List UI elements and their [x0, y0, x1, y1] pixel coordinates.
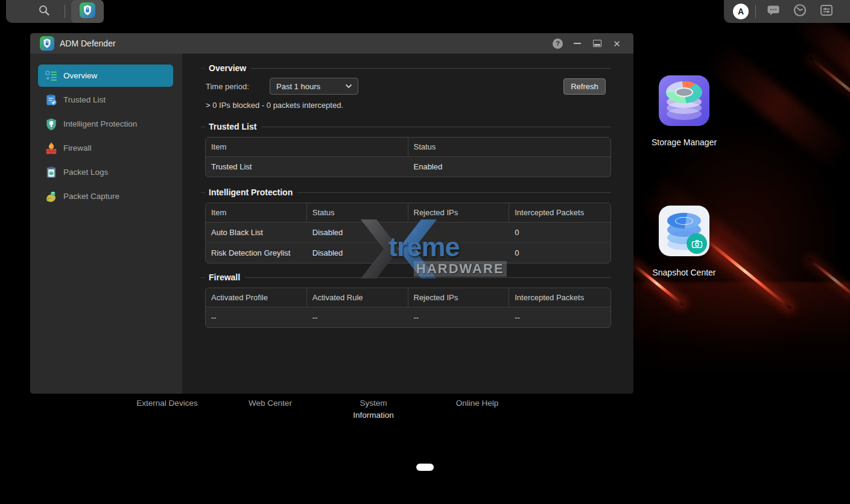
packet-logs-icon: [45, 166, 58, 179]
column-header: Status: [408, 137, 611, 156]
refresh-button[interactable]: Refresh: [563, 78, 606, 95]
sidebar-item-label: Trusted List: [63, 95, 106, 104]
intelligent-protection-table: Item Status Rejected IPs Intercepted Pac…: [205, 203, 611, 263]
time-period-select[interactable]: Past 1 hours: [270, 78, 358, 95]
sidebar-item-packet-logs[interactable]: Packet Logs: [38, 161, 173, 183]
sidebar-item-trusted-list[interactable]: Trusted List: [38, 89, 173, 111]
sidebar-item-overview[interactable]: Overview: [38, 65, 173, 87]
search-button[interactable]: [35, 4, 53, 19]
table-row: -- -- -- --: [206, 307, 611, 327]
system-monitor-button[interactable]: [793, 4, 807, 19]
desktop-icon-label-web-center[interactable]: Web Center: [228, 397, 312, 409]
section-title-intelligent-protection: Intelligent Protection: [201, 187, 611, 197]
table-cell: Trusted List: [206, 157, 408, 177]
overview-icon: [45, 69, 58, 83]
firewall-table: Activated Profile Activated Rule Rejecte…: [205, 288, 611, 328]
time-period-value: Past 1 hours: [276, 82, 345, 91]
snapshot-center-icon: [659, 206, 709, 256]
table-cell: --: [307, 307, 408, 327]
adm-defender-window: ADM Defender ? ✕ Overview: [30, 33, 633, 394]
chevron-down-icon: [345, 84, 352, 89]
taskbar-left-group: [6, 0, 101, 23]
table-cell: Risk Detection Greylist: [206, 243, 307, 263]
notifications-button[interactable]: [766, 4, 781, 19]
table-cell: Enabled: [408, 157, 611, 177]
help-button[interactable]: ?: [553, 39, 563, 49]
column-header: Rejected IPs: [408, 203, 510, 222]
search-icon: [37, 4, 51, 19]
desktop-icon-label-external-devices[interactable]: External Devices: [125, 397, 209, 409]
table-cell: 0: [509, 243, 611, 263]
taskbar-divider: [65, 5, 65, 18]
divider: [201, 277, 205, 278]
column-header: Rejected IPs: [408, 288, 510, 307]
close-button[interactable]: ✕: [611, 38, 623, 49]
camera-badge: [687, 233, 707, 254]
table-header-row: Item Status Rejected IPs Intercepted Pac…: [206, 203, 611, 222]
sidebar-item-firewall[interactable]: Firewall: [38, 137, 173, 159]
table-header-row: Item Status: [206, 137, 611, 157]
column-header: Activated Profile: [206, 288, 307, 307]
sidebar-item-packet-capture[interactable]: Packet Capture: [38, 185, 173, 207]
main-content: Overview Time period: Past 1 hours Refre…: [182, 54, 633, 394]
sidebar-item-label: Packet Logs: [63, 168, 108, 177]
table-cell: Disabled: [307, 243, 408, 263]
table-row: Trusted List Enabled: [206, 157, 611, 177]
firewall-icon: [45, 142, 58, 155]
table-cell: 0: [408, 243, 510, 263]
chat-bubble-icon: [766, 3, 781, 20]
column-header: Item: [206, 137, 408, 156]
time-period-label: Time period:: [206, 82, 249, 91]
section-title-text: Trusted List: [209, 122, 256, 131]
overview-summary: > 0 IPs blocked - 0 packets intercepted.: [206, 101, 343, 110]
table-cell: Auto Black List: [206, 222, 307, 242]
trusted-list-table: Item Status Trusted List Enabled: [205, 137, 611, 177]
camera-icon: [691, 239, 703, 248]
column-header: Item: [206, 203, 307, 222]
desktop-icon-label[interactable]: Snapshot Center: [639, 268, 729, 277]
section-title-text: Intelligent Protection: [209, 187, 293, 197]
desktop-icon-label-online-help[interactable]: Online Help: [435, 397, 519, 409]
divider: [201, 68, 205, 69]
preferences-button[interactable]: [819, 4, 834, 19]
table-header-row: Activated Profile Activated Rule Rejecte…: [206, 288, 611, 307]
shield-bulb-icon: [45, 118, 58, 131]
column-header: Status: [307, 203, 408, 222]
section-title-trusted-list: Trusted List: [201, 122, 611, 131]
window-body: Overview Trusted List Intelligent Protec…: [30, 54, 633, 394]
sidebar-item-intelligent-protection[interactable]: Intelligent Protection: [38, 113, 173, 135]
window-controls: ? ✕: [553, 33, 623, 54]
section-title-overview: Overview: [201, 63, 611, 73]
divider: [201, 192, 205, 193]
user-avatar[interactable]: A: [733, 4, 749, 19]
window-titlebar[interactable]: ADM Defender ? ✕: [30, 33, 633, 54]
sidebar-item-label: Packet Capture: [63, 192, 119, 201]
taskbar-active-app-adm-defender[interactable]: [71, 0, 104, 23]
minimize-button[interactable]: [571, 38, 583, 49]
taskbar-indicator-pill[interactable]: [416, 464, 434, 471]
section-title-text: Overview: [209, 63, 246, 73]
divider: [261, 127, 611, 127]
divider: [297, 192, 611, 193]
desktop-icon-label[interactable]: Storage Manager: [639, 137, 729, 147]
sidebar-item-label: Firewall: [63, 143, 92, 153]
sidebar: Overview Trusted List Intelligent Protec…: [30, 54, 182, 394]
desktop-icon-storage-manager[interactable]: [642, 75, 726, 126]
taskbar-divider: [755, 5, 756, 18]
column-header: Intercepted Packets: [509, 288, 611, 307]
adm-defender-app-icon: [40, 36, 54, 51]
desktop-icon-label-system-information[interactable]: System Information: [343, 397, 404, 421]
desktop-icon-snapshot-center[interactable]: [642, 206, 726, 256]
table-cell: Disabled: [307, 222, 408, 242]
window-title: ADM Defender: [60, 33, 116, 54]
gauge-icon: [793, 3, 807, 20]
taskbar-right-group: A: [724, 0, 850, 23]
maximize-button[interactable]: [591, 38, 603, 49]
divider: [251, 68, 611, 69]
column-header: Activated Rule: [307, 288, 408, 307]
column-header: Intercepted Packets: [509, 203, 611, 222]
divider: [201, 127, 205, 127]
sliders-icon: [819, 3, 834, 20]
table-cell: --: [408, 307, 510, 327]
section-title-firewall: Firewall: [201, 272, 611, 282]
